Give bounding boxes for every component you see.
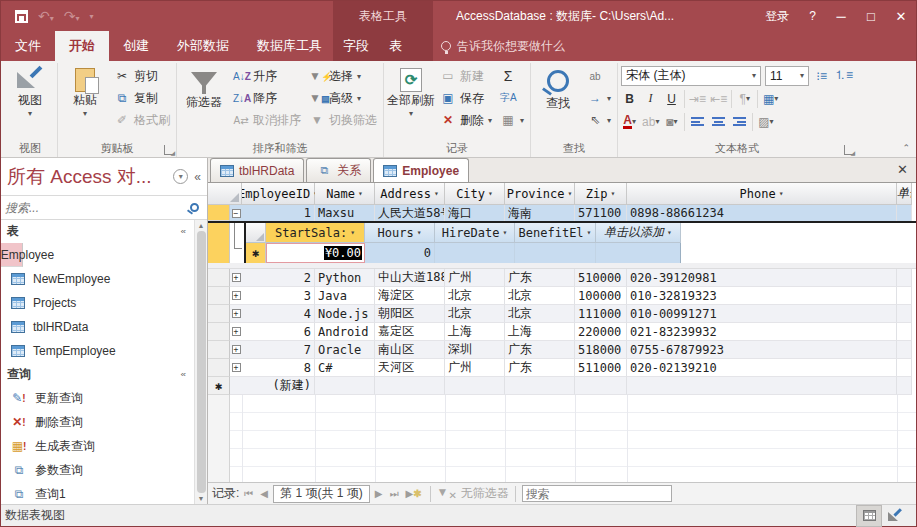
numbering-icon[interactable]: ⒈≡ xyxy=(834,67,853,85)
advanced-filter-button[interactable]: ▼▤高级▾ xyxy=(306,87,380,109)
filter-button[interactable]: 筛选器 xyxy=(180,65,228,109)
search-icon[interactable] xyxy=(190,203,199,212)
column-header[interactable]: Address▾ xyxy=(375,183,445,205)
datasheet-view-button[interactable] xyxy=(856,505,882,527)
goto-button[interactable]: →▾ xyxy=(584,87,614,109)
select-button[interactable]: ⇖▾ xyxy=(584,109,614,131)
spelling-button[interactable]: 字A xyxy=(497,87,527,109)
section-tables[interactable]: 表« xyxy=(1,220,194,243)
dialog-launcher-icon[interactable] xyxy=(164,145,174,155)
cell[interactable]: 北京 xyxy=(505,305,575,323)
cell[interactable]: Node.js xyxy=(315,305,375,323)
filter-dropdown-icon[interactable]: ▾ xyxy=(488,189,493,198)
cell[interactable]: 广东 xyxy=(505,359,575,377)
column-header[interactable]: Name▾ xyxy=(315,183,375,205)
paste-button[interactable]: 粘贴 ▾ xyxy=(61,65,109,118)
cell[interactable]: 4 xyxy=(242,305,315,323)
filter-dropdown-icon[interactable]: ▾ xyxy=(350,228,355,237)
cell[interactable]: 111000 xyxy=(575,305,627,323)
sign-in-button[interactable]: 登录 xyxy=(755,1,799,31)
align-center-icon[interactable] xyxy=(710,113,727,131)
filter-dropdown-icon[interactable]: ▾ xyxy=(502,228,507,237)
first-record-icon[interactable]: ⏮ xyxy=(242,488,255,500)
cell[interactable]: 嘉定区 xyxy=(375,323,445,341)
row-selector[interactable] xyxy=(208,323,230,341)
cell[interactable]: 0 xyxy=(365,243,435,263)
cell[interactable]: 广州 xyxy=(445,359,505,377)
cell[interactable] xyxy=(435,243,515,263)
cell[interactable]: Java xyxy=(315,287,375,305)
tab-fields[interactable]: 字段 xyxy=(333,31,379,61)
new-blank-record-icon[interactable]: ▶✱ xyxy=(403,488,423,499)
cell[interactable]: 010-00991271 xyxy=(627,305,897,323)
cell[interactable]: 6 xyxy=(242,323,315,341)
nav-item-update-query[interactable]: ✎!更新查询 xyxy=(1,386,194,410)
column-header[interactable]: Phone▾ xyxy=(627,183,897,205)
nav-item-maketable-query[interactable]: ▦!生成表查询 xyxy=(1,434,194,458)
replace-button[interactable]: ab xyxy=(584,65,614,87)
tab-database-tools[interactable]: 数据库工具 xyxy=(243,31,336,61)
doc-tab-tblhrdata[interactable]: tblHRData xyxy=(210,158,304,182)
cell[interactable]: 海淀区 xyxy=(375,287,445,305)
new-record-button[interactable]: ▭新建 xyxy=(437,65,495,87)
cell[interactable] xyxy=(897,341,912,359)
toggle-filter-button[interactable]: ▼切换筛选 xyxy=(306,109,380,131)
row-selector[interactable] xyxy=(208,205,230,221)
sub-column-header[interactable]: HireDate▾ xyxy=(435,223,515,243)
cell[interactable]: 100000 xyxy=(575,287,627,305)
cell[interactable]: 广东 xyxy=(505,341,575,359)
scrollbar-thumb[interactable] xyxy=(197,231,206,493)
indent-increase-icon[interactable]: ⇥≡ xyxy=(689,90,706,108)
no-filter-button[interactable]: ▼✕无筛选器 xyxy=(437,485,509,502)
cell[interactable]: 1 xyxy=(242,205,315,221)
section-queries[interactable]: 查询« xyxy=(1,363,194,386)
redo-icon[interactable]: ↷▾ xyxy=(64,8,80,24)
cell[interactable]: 020-39120981 xyxy=(627,269,897,287)
column-header[interactable]: Province▾ xyxy=(505,183,575,205)
nav-item-delete-query[interactable]: ✕!删除查询 xyxy=(1,410,194,434)
tab-home[interactable]: 开始 xyxy=(55,31,109,61)
shutter-collapse-icon[interactable]: « xyxy=(194,170,201,184)
doc-tab-employee[interactable]: Employee xyxy=(373,158,469,182)
undo-icon[interactable]: ↶▾ xyxy=(38,8,54,24)
italic-button[interactable]: I xyxy=(642,90,659,108)
filter-dropdown-icon[interactable]: ▾ xyxy=(358,189,363,198)
save-record-button[interactable]: ▣保存 xyxy=(437,87,495,109)
expand-subdatasheet-icon[interactable]: + xyxy=(230,323,242,341)
active-edit-cell[interactable]: ¥0.00 xyxy=(266,243,365,263)
filter-dropdown-icon[interactable]: ▾ xyxy=(610,189,615,198)
cell[interactable]: 朝阳区 xyxy=(375,305,445,323)
cell[interactable]: 海口 xyxy=(445,205,505,221)
alternate-row-color-icon[interactable]: ▨▾ xyxy=(757,113,774,131)
cell[interactable] xyxy=(575,377,627,395)
cell[interactable]: 8 xyxy=(242,359,315,377)
cell[interactable] xyxy=(897,377,912,395)
filter-dropdown-icon[interactable]: ▾ xyxy=(587,228,592,237)
cut-button[interactable]: ✂剪切 xyxy=(111,65,173,87)
cell[interactable]: 3 xyxy=(242,287,315,305)
bold-button[interactable]: B xyxy=(621,90,638,108)
new-record-selector[interactable]: ✱ xyxy=(246,243,266,263)
design-view-button[interactable] xyxy=(882,505,908,527)
column-header[interactable]: Zip▾ xyxy=(575,183,627,205)
copy-button[interactable]: ⧉复制 xyxy=(111,87,173,109)
cell[interactable]: 021-83239932 xyxy=(627,323,897,341)
cell[interactable]: 0898-88661234 xyxy=(627,205,897,221)
new-record-selector[interactable]: ✱ xyxy=(208,377,230,395)
nav-search-input[interactable] xyxy=(5,201,190,215)
sort-descending-button[interactable]: Z↓A降序 xyxy=(230,87,304,109)
cell[interactable] xyxy=(515,243,596,263)
cell[interactable] xyxy=(897,205,912,221)
sub-click-to-add-header[interactable]: 单击以添加▾ xyxy=(596,223,681,243)
cell[interactable]: 北京 xyxy=(445,305,505,323)
cell[interactable]: Maxsu xyxy=(315,205,375,221)
cell[interactable] xyxy=(897,323,912,341)
tell-me-box[interactable]: 告诉我你想要做什么 xyxy=(441,31,565,61)
text-direction-icon[interactable]: ¶▾ xyxy=(736,90,753,108)
filter-dropdown-icon[interactable]: ▾ xyxy=(667,228,672,237)
sub-select-all-corner[interactable] xyxy=(246,223,266,243)
align-left-icon[interactable] xyxy=(689,113,706,131)
cell[interactable]: (新建) xyxy=(242,377,315,395)
close-button[interactable]: ✕ xyxy=(886,1,916,31)
selection-button[interactable]: ▼⚡选择▾ xyxy=(306,65,380,87)
